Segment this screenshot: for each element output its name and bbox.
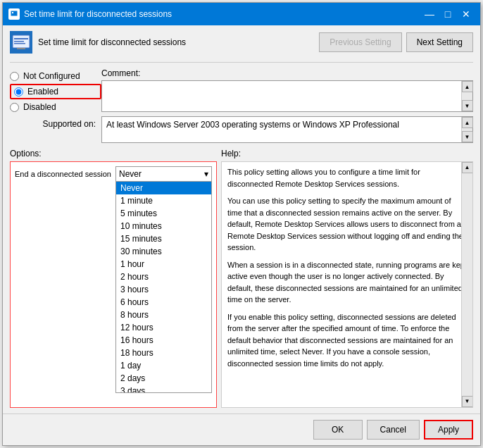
not-configured-radio[interactable] [10,72,19,81]
svg-rect-4 [14,41,24,42]
options-box: End a disconnected session Never ▾ Never… [10,161,217,408]
not-configured-label[interactable]: Not Configured [23,71,80,81]
chevron-down-icon: ▾ [204,169,208,179]
svg-rect-6 [17,48,25,49]
dropdown-item[interactable]: Never [116,182,211,194]
supported-scrollbar: ▲ ▼ [461,117,472,142]
help-p2: You can use this policy setting to speci… [227,195,467,254]
not-configured-row: Not Configured [10,71,101,81]
header-buttons: Previous Setting Next Setting [319,32,473,52]
supported-scroll-down[interactable]: ▼ [462,131,473,142]
dropdown-container: Never ▾ Never1 minute5 minutes10 minutes… [115,166,212,182]
comment-label: Comment: [101,68,473,78]
comment-scrollbar: ▲ ▼ [461,81,472,111]
ok-button[interactable]: OK [313,420,363,440]
maximize-button[interactable]: □ [439,7,456,21]
comment-textarea[interactable] [102,81,461,111]
disabled-row: Disabled [10,102,101,112]
disabled-radio[interactable] [10,103,19,112]
supported-label: Supported on: [10,119,101,129]
apply-button[interactable]: Apply [424,420,473,440]
dropdown-button[interactable]: Never ▾ [115,166,212,182]
help-p1: This policy setting allows you to config… [227,166,467,189]
radio-column: Not Configured Enabled Disabled [10,68,101,112]
disabled-label[interactable]: Disabled [23,102,56,112]
help-scroll-track [462,173,472,396]
dropdown-item[interactable]: 3 days [116,385,211,393]
svg-rect-5 [14,43,25,44]
enabled-label[interactable]: Enabled [27,87,58,97]
title-bar-left: Set time limit for disconnected sessions [8,8,172,20]
comment-box: ▲ ▼ [101,80,473,112]
scroll-down-arrow[interactable]: ▼ [462,100,473,111]
dropdown-item[interactable]: 16 hours [116,334,211,347]
dropdown-item[interactable]: 3 hours [116,283,211,296]
comment-column: Comment: ▲ ▼ [101,68,473,112]
end-session-label: End a disconnected session [15,170,111,178]
supported-box: At least Windows Server 2003 operating s… [101,116,473,143]
dropdown-item[interactable]: 1 minute [116,194,211,207]
enabled-radio[interactable] [14,87,23,97]
header-divider [10,62,473,63]
previous-setting-button[interactable]: Previous Setting [319,32,401,52]
svg-rect-0 [11,11,18,16]
supported-row: Supported on: At least Windows Server 20… [10,116,473,143]
dropdown-item[interactable]: 30 minutes [116,245,211,258]
main-window: Set time limit for disconnected sessions… [2,2,481,446]
header-left: Set time limit for disconnected sessions [10,31,186,54]
help-scroll-up[interactable]: ▲ [462,162,473,173]
svg-rect-1 [12,12,13,13]
scroll-up-arrow[interactable]: ▲ [462,81,473,92]
main-content: Set time limit for disconnected sessions… [3,25,480,413]
options-row: End a disconnected session Never ▾ Never… [15,166,212,182]
footer: OK Cancel Apply [3,413,480,445]
dropdown-item[interactable]: 1 hour [116,258,211,270]
close-button[interactable]: ✕ [458,7,475,21]
help-p3: When a session is in a disconnected stat… [227,259,467,306]
upper-section: Not Configured Enabled Disabled Comment:… [10,68,473,112]
dropdown-item[interactable]: 1 day [116,359,211,372]
options-help-labels: Options: Help: [10,149,473,158]
enabled-row: Enabled [10,84,101,99]
dropdown-item[interactable]: 10 minutes [116,220,211,232]
window-icon [8,8,20,20]
help-scroll-down[interactable]: ▼ [462,396,473,407]
options-label: Options: [10,149,221,158]
scroll-track [462,92,472,100]
dropdown-item[interactable]: 15 minutes [116,232,211,245]
options-help-row: End a disconnected session Never ▾ Never… [10,161,473,408]
dropdown-item[interactable]: 12 hours [116,321,211,334]
dropdown-item[interactable]: 2 hours [116,270,211,283]
help-label: Help: [221,149,473,158]
window-title: Set time limit for disconnected sessions [24,9,172,19]
header-icon [10,31,32,54]
header-row: Set time limit for disconnected sessions… [10,31,473,54]
svg-rect-3 [14,38,28,39]
minimize-button[interactable]: — [421,7,438,21]
title-bar: Set time limit for disconnected sessions… [3,3,480,25]
cancel-button[interactable]: Cancel [367,420,420,440]
dropdown-item[interactable]: 8 hours [116,309,211,321]
help-box: This policy setting allows you to config… [221,161,473,408]
dropdown-list: Never1 minute5 minutes10 minutes15 minut… [115,182,212,393]
dropdown-item[interactable]: 6 hours [116,296,211,309]
dropdown-item[interactable]: 18 hours [116,347,211,359]
header-title: Set time limit for disconnected sessions [38,37,186,47]
help-p4: If you enable this policy setting, disco… [227,311,467,370]
supported-value: At least Windows Server 2003 operating s… [106,120,399,130]
next-setting-button[interactable]: Next Setting [406,32,473,52]
dropdown-item[interactable]: 2 days [116,372,211,385]
dropdown-item[interactable]: 5 minutes [116,207,211,220]
help-scrollbar: ▲ ▼ [461,162,472,407]
supported-scroll-up[interactable]: ▲ [462,117,473,128]
title-controls: — □ ✕ [421,7,475,21]
dropdown-selected: Never [119,169,142,179]
